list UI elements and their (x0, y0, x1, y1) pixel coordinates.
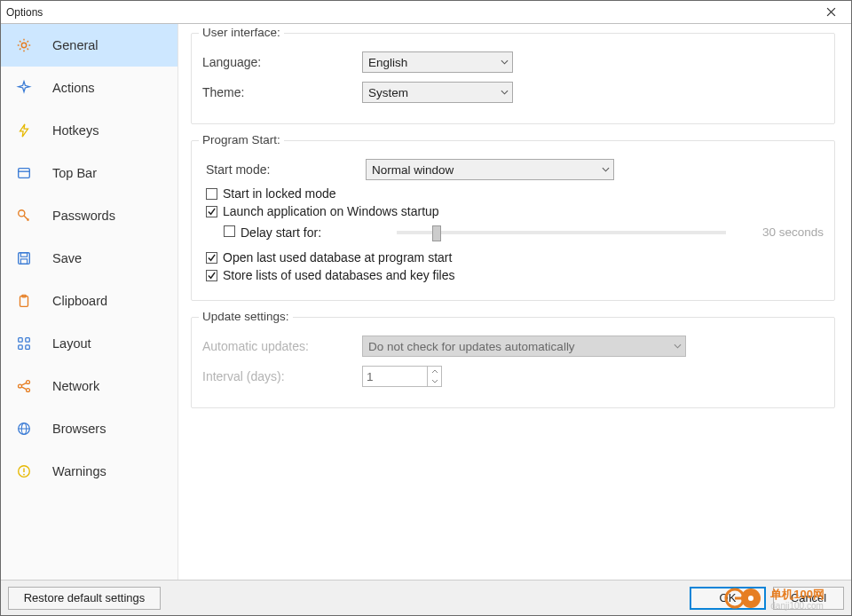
slider-thumb[interactable] (432, 225, 441, 241)
sidebar-item-label: General (52, 38, 99, 52)
theme-label: Theme: (202, 85, 362, 99)
gear-icon (15, 36, 33, 54)
window-body: GeneralActionsHotkeysTop BarPasswordsSav… (1, 24, 851, 580)
svg-rect-9 (19, 338, 23, 343)
sidebar-item-label: Browsers (52, 422, 106, 436)
language-select[interactable]: English (362, 51, 513, 73)
checkbox-box (224, 225, 235, 237)
svg-point-21 (23, 474, 25, 476)
auto-updates-value: Do not check for updates automatically (368, 340, 575, 353)
sidebar-item-label: Hotkeys (52, 123, 99, 138)
language-label: Language: (202, 55, 362, 69)
sidebar-item-network[interactable]: Network (1, 365, 178, 407)
spinner-buttons (427, 367, 441, 386)
theme-select[interactable]: System (362, 82, 513, 103)
start-mode-value: Normal window (372, 163, 454, 177)
window-title: Options (6, 6, 43, 19)
start-mode-label: Start mode: (206, 162, 366, 177)
sidebar-item-clipboard[interactable]: Clipboard (1, 280, 178, 322)
sidebar-item-save[interactable]: Save (1, 237, 178, 280)
close-button[interactable] (816, 1, 846, 23)
sidebar-item-general[interactable]: General (1, 24, 178, 67)
cancel-button[interactable]: Cancel (773, 587, 844, 610)
spinner-up (428, 367, 441, 376)
language-value: English (368, 56, 407, 69)
close-icon (826, 7, 836, 17)
auto-updates-label: Automatic updates: (202, 339, 362, 353)
interval-label: Interval (days): (202, 369, 362, 383)
group-update-settings: Update settings: Automatic updates: Do n… (191, 317, 835, 408)
checkbox-label: Launch application on Windows startup (223, 204, 439, 218)
svg-point-14 (27, 381, 30, 384)
start-mode-select[interactable]: Normal window (366, 159, 614, 180)
chevron-down-icon (674, 343, 682, 351)
sidebar-item-layout[interactable]: Layout (1, 322, 178, 365)
checkbox-box (206, 188, 217, 200)
sidebar-item-label: Actions (52, 81, 95, 95)
group-program-start: Program Start: Start mode: Normal window… (191, 140, 835, 301)
sidebar-item-browsers[interactable]: Browsers (1, 407, 178, 450)
svg-rect-4 (19, 253, 30, 265)
chevron-down-icon (602, 166, 610, 174)
ok-button[interactable]: OK (690, 587, 766, 610)
svg-rect-11 (19, 345, 23, 350)
svg-rect-1 (19, 169, 30, 178)
globe-icon (15, 420, 33, 438)
svg-point-3 (19, 210, 25, 217)
svg-rect-12 (26, 345, 30, 350)
chevron-down-icon (501, 59, 509, 67)
group-legend-update: Update settings: (199, 310, 293, 323)
interval-value (363, 367, 427, 386)
warning-icon (15, 462, 33, 480)
checkbox-label: Delay start for: (241, 225, 383, 240)
svg-point-15 (27, 389, 30, 392)
share-icon (15, 377, 33, 395)
sidebar: GeneralActionsHotkeysTop BarPasswordsSav… (1, 24, 178, 580)
restore-defaults-button[interactable]: Restore default settings (8, 587, 161, 610)
sidebar-item-label: Warnings (52, 464, 106, 478)
checkbox-delay-start[interactable]: Delay start for: 30 seconds (224, 225, 824, 240)
bolt-icon (15, 122, 33, 139)
sidebar-item-top-bar[interactable]: Top Bar (1, 152, 178, 194)
titlebar: Options (1, 1, 851, 24)
sidebar-item-label: Top Bar (52, 166, 97, 180)
checkbox-label: Open last used database at program start (223, 250, 452, 265)
checkbox-launch-on-startup[interactable]: Launch application on Windows startup (206, 204, 824, 218)
sidebar-item-hotkeys[interactable]: Hotkeys (1, 109, 178, 152)
checkbox-store-lists[interactable]: Store lists of used databases and key fi… (206, 268, 824, 282)
checkbox-box (206, 270, 217, 281)
sidebar-item-warnings[interactable]: Warnings (1, 450, 178, 493)
group-user-interface: User interface: Language: English Theme:… (191, 33, 835, 124)
checkbox-label: Store lists of used databases and key fi… (223, 268, 454, 282)
delay-slider[interactable] (397, 231, 726, 234)
auto-updates-select: Do not check for updates automatically (362, 336, 686, 357)
sidebar-item-actions[interactable]: Actions (1, 67, 178, 109)
content-panel: User interface: Language: English Theme:… (178, 24, 851, 580)
clipboard-icon (15, 292, 33, 310)
topbar-icon (15, 164, 33, 182)
theme-value: System (368, 86, 408, 99)
spinner-down (428, 376, 441, 386)
delay-value: 30 seconds (735, 225, 824, 239)
sidebar-item-label: Passwords (52, 209, 115, 223)
group-legend-ui: User interface: (199, 26, 284, 39)
svg-point-13 (19, 384, 22, 388)
svg-point-0 (21, 43, 26, 47)
sidebar-item-label: Network (52, 379, 99, 393)
save-icon (15, 249, 33, 267)
svg-rect-6 (20, 259, 27, 264)
interval-spinner (362, 366, 442, 387)
key-icon (15, 207, 33, 225)
svg-rect-10 (26, 338, 30, 343)
sparkle-icon (15, 79, 33, 97)
checkbox-open-last-db[interactable]: Open last used database at program start (206, 250, 824, 265)
sidebar-item-passwords[interactable]: Passwords (1, 194, 178, 237)
sidebar-item-label: Layout (52, 336, 91, 351)
options-window: Options GeneralActionsHotkeysTop BarPass… (0, 0, 852, 616)
grid-icon (15, 335, 33, 352)
footer: Restore default settings OK Cancel (1, 580, 851, 615)
checkbox-box (206, 252, 217, 264)
sidebar-item-label: Save (52, 251, 82, 265)
sidebar-item-label: Clipboard (52, 294, 107, 308)
checkbox-start-locked[interactable]: Start in locked mode (206, 186, 824, 201)
